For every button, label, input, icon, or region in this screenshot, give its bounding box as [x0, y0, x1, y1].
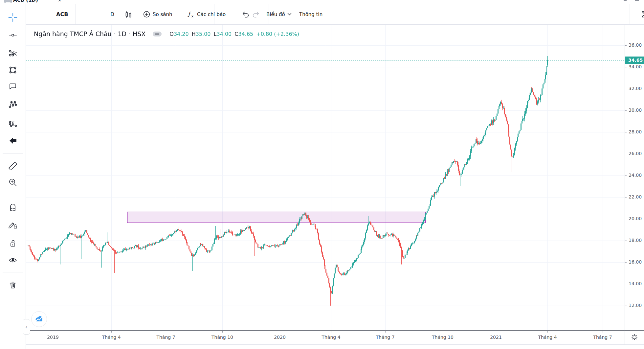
lock-all-tool[interactable]: [6, 237, 20, 250]
price-axis[interactable]: 36.0034.0032.0030.0028.0026.0024.0022.00…: [625, 25, 644, 330]
svg-text:x: x: [191, 14, 193, 18]
sidebar-divider: [3, 194, 23, 194]
annotation-tool[interactable]: [6, 80, 20, 93]
last-price-tag: 34.65: [625, 57, 644, 64]
tab-title[interactable]: ACB (1D): [13, 0, 38, 3]
price-label: 22.00: [629, 194, 642, 199]
arrow-tool[interactable]: [6, 134, 20, 147]
chart-style-button[interactable]: [124, 4, 133, 24]
price-tick: [625, 197, 627, 198]
crosshair-tool[interactable]: [6, 11, 20, 24]
symbol-search-button[interactable]: ACB: [56, 4, 68, 24]
ohlc-values: O34.20H35.00L34.00C34.65+0.80 (+2.36%): [169, 31, 299, 37]
gear-icon: [631, 334, 638, 342]
time-label: Tháng 7: [593, 335, 612, 340]
trend-line-tool[interactable]: [6, 29, 20, 42]
price-tick: [625, 110, 627, 111]
time-tick: [53, 331, 53, 333]
legend-separator: ·: [114, 31, 116, 37]
price-label: 34.00: [629, 64, 642, 69]
time-label: 2020: [274, 335, 286, 340]
time-axis[interactable]: 2019Tháng 4Tháng 7Tháng 102020Tháng 4Thá…: [26, 330, 625, 344]
tradingview-logo[interactable]: [31, 311, 47, 327]
tab-strip: ACB (1D) ×: [0, 0, 644, 4]
price-tick: [625, 132, 627, 132]
time-label: Tháng 4: [102, 335, 121, 340]
redo-button[interactable]: [252, 4, 260, 24]
measure-tool[interactable]: [6, 158, 20, 172]
delete-drawings-tool[interactable]: [6, 278, 20, 291]
time-label: Tháng 4: [538, 335, 557, 340]
zoom-in-tool[interactable]: [6, 176, 20, 189]
price-tick: [625, 154, 627, 154]
chart-pane: Ngân hàng TMCP Á Châu · 1D · HSX O34.20H…: [26, 25, 625, 330]
compare-label: So sánh: [153, 12, 172, 17]
candlestick-style-icon: [124, 10, 133, 19]
time-tick: [443, 331, 443, 333]
change-value: +0.80 (+2.36%): [256, 31, 299, 37]
prediction-tool[interactable]: [6, 117, 20, 130]
price-tick: [625, 306, 627, 306]
time-tick: [547, 331, 548, 333]
price-tick: [625, 89, 627, 89]
tab-close-icon[interactable]: ×: [58, 0, 62, 3]
symbol-description[interactable]: Ngân hàng TMCP Á Châu: [34, 30, 112, 37]
price-tick: [625, 262, 627, 263]
time-label: Tháng 7: [156, 335, 175, 340]
svg-text:ƒ: ƒ: [188, 11, 191, 17]
ohlc-pair: C34.65: [234, 31, 253, 37]
legend-collapse-button[interactable]: [153, 32, 162, 36]
undo-icon: [241, 10, 250, 19]
price-label: 24.00: [629, 173, 642, 178]
compare-button[interactable]: So sánh: [143, 4, 172, 24]
legend-separator: ·: [129, 31, 130, 37]
sidebar-divider: [3, 153, 23, 154]
price-label: 14.00: [629, 281, 642, 286]
cut-icon: [624, 0, 627, 1]
time-label: 2019: [47, 335, 59, 340]
sidebar-divider: [3, 272, 23, 272]
time-label: Tháng 4: [322, 335, 340, 340]
time-tick: [166, 331, 166, 333]
price-label: 18.00: [629, 238, 642, 243]
time-tick: [111, 331, 112, 333]
info-label: Thông tin: [299, 12, 322, 17]
ohlc-pair: O34.20: [169, 31, 189, 37]
chevron-left-icon: ‹: [25, 324, 28, 330]
undo-button[interactable]: [241, 4, 250, 24]
ohlc-pair: H35.00: [192, 31, 211, 37]
time-label: Tháng 7: [376, 335, 394, 340]
price-label: 20.00: [629, 216, 642, 221]
price-tick: [625, 241, 627, 241]
price-label: 32.00: [629, 86, 642, 91]
symbol-label: ACB: [56, 11, 68, 17]
magnet-tool[interactable]: [6, 200, 20, 214]
axis-settings-cell[interactable]: [625, 330, 644, 344]
pitchfork-tool[interactable]: [6, 46, 20, 59]
price-label: 26.00: [629, 151, 642, 156]
shapes-tool[interactable]: [6, 63, 20, 77]
sidebar-collapse-handle[interactable]: ‹: [23, 319, 30, 335]
chevron-down-icon: [287, 13, 292, 16]
tab-menu-icon[interactable]: [4, 0, 12, 3]
candlestick-chart[interactable]: [26, 25, 625, 330]
hide-drawings-tool[interactable]: [6, 254, 20, 267]
redo-icon: [252, 10, 260, 19]
chart-layout-menu-button[interactable]: Biểu đồ: [266, 4, 292, 24]
price-tick: [625, 219, 627, 219]
bottom-strip: [26, 344, 644, 349]
fullscreen-icon: [641, 10, 644, 18]
info-button[interactable]: Thông tin: [299, 4, 322, 24]
time-tick: [222, 331, 223, 333]
price-tick: [625, 45, 627, 46]
legend-interval: 1D: [118, 30, 126, 37]
time-tick: [280, 331, 280, 333]
interval-button[interactable]: D: [105, 4, 120, 24]
indicators-button[interactable]: ƒx Các chỉ báo: [187, 4, 226, 24]
fullscreen-button[interactable]: [641, 4, 644, 24]
chart-menu-label: Biểu đồ: [266, 12, 285, 17]
price-label: 30.00: [629, 107, 642, 113]
pattern-tool[interactable]: [6, 98, 20, 111]
drawing-lock-tool[interactable]: [6, 218, 20, 231]
ohlc-pair: L34.00: [214, 31, 232, 37]
